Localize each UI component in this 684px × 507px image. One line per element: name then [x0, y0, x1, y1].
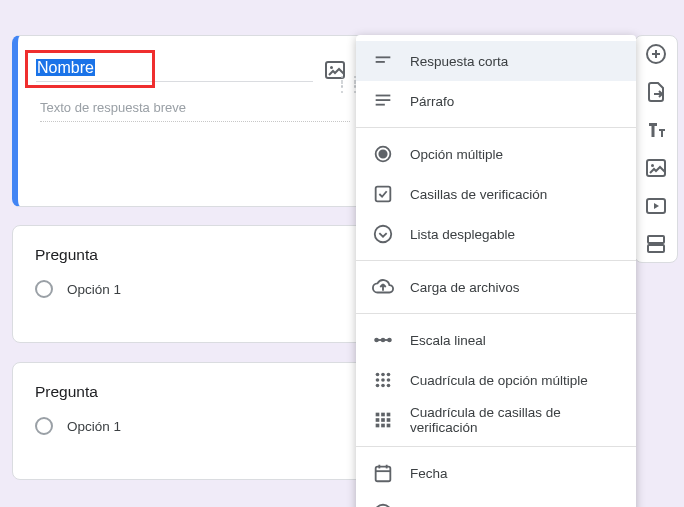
menu-separator [356, 260, 636, 261]
menu-item-time[interactable]: Hora [356, 493, 636, 507]
menu-item-paragraph[interactable]: Párrafo [356, 81, 636, 121]
svg-rect-27 [376, 418, 380, 422]
menu-item-checkboxes[interactable]: Casillas de verificación [356, 174, 636, 214]
option-label: Opción 1 [67, 282, 121, 297]
clock-icon [372, 502, 394, 507]
menu-label: Respuesta corta [410, 54, 508, 69]
menu-label: Cuadrícula de casillas de verificación [410, 405, 620, 435]
menu-item-mc-grid[interactable]: Cuadrícula de opción múltiple [356, 360, 636, 400]
svg-point-14 [388, 339, 391, 342]
menu-label: Carga de archivos [410, 280, 520, 295]
svg-rect-45 [648, 245, 664, 252]
question-title-input[interactable]: Nombre [36, 59, 313, 82]
menu-label: Escala lineal [410, 333, 486, 348]
svg-rect-28 [381, 418, 385, 422]
svg-point-19 [381, 378, 385, 382]
menu-label: Fecha [410, 466, 448, 481]
menu-item-linear-scale[interactable]: Escala lineal [356, 320, 636, 360]
svg-rect-9 [376, 187, 391, 202]
svg-point-12 [375, 339, 378, 342]
checkbox-icon [372, 183, 394, 205]
svg-rect-24 [376, 413, 380, 417]
svg-rect-44 [648, 236, 664, 243]
question-type-menu: Respuesta corta Párrafo Opción múltiple … [356, 35, 636, 507]
svg-point-17 [387, 373, 391, 377]
menu-item-cb-grid[interactable]: Cuadrícula de casillas de verificación [356, 400, 636, 440]
menu-label: Opción múltiple [410, 147, 503, 162]
menu-label: Casillas de verificación [410, 187, 547, 202]
menu-item-date[interactable]: Fecha [356, 453, 636, 493]
add-section-button[interactable] [644, 232, 668, 256]
svg-point-20 [387, 378, 391, 382]
svg-rect-29 [387, 418, 391, 422]
menu-label: Párrafo [410, 94, 454, 109]
option-label: Opción 1 [67, 419, 121, 434]
svg-point-22 [381, 384, 385, 388]
dropdown-icon [372, 223, 394, 245]
svg-rect-26 [387, 413, 391, 417]
menu-item-multiple-choice[interactable]: Opción múltiple [356, 134, 636, 174]
grid-dots-icon [372, 369, 394, 391]
radio-icon [35, 280, 53, 298]
menu-item-dropdown[interactable]: Lista desplegable [356, 214, 636, 254]
radio-icon [372, 143, 394, 165]
menu-label: Lista desplegable [410, 227, 515, 242]
calendar-icon [372, 462, 394, 484]
menu-separator [356, 313, 636, 314]
question-title-text: Nombre [36, 59, 95, 76]
svg-point-23 [387, 384, 391, 388]
svg-point-8 [379, 150, 386, 157]
svg-point-16 [381, 373, 385, 377]
svg-rect-32 [387, 424, 391, 428]
svg-point-15 [376, 373, 380, 377]
svg-rect-30 [376, 424, 380, 428]
svg-point-1 [330, 66, 333, 69]
svg-rect-31 [381, 424, 385, 428]
add-question-button[interactable] [644, 42, 668, 66]
import-questions-button[interactable] [644, 80, 668, 104]
add-title-button[interactable] [644, 118, 668, 142]
menu-separator [356, 446, 636, 447]
svg-point-18 [376, 378, 380, 382]
paragraph-icon [372, 90, 394, 112]
menu-item-short-answer[interactable]: Respuesta corta [356, 41, 636, 81]
svg-point-10 [375, 226, 392, 243]
svg-rect-25 [381, 413, 385, 417]
add-image-button[interactable] [644, 156, 668, 180]
answer-hint: Texto de respuesta breve [40, 100, 350, 122]
radio-icon [35, 417, 53, 435]
svg-point-42 [651, 164, 654, 167]
short-answer-icon [372, 50, 394, 72]
menu-item-file-upload[interactable]: Carga de archivos [356, 267, 636, 307]
svg-point-13 [382, 339, 385, 342]
side-toolbar [634, 35, 678, 263]
grid-squares-icon [372, 409, 394, 431]
linear-scale-icon [372, 329, 394, 351]
menu-separator [356, 127, 636, 128]
add-video-button[interactable] [644, 194, 668, 218]
svg-point-21 [376, 384, 380, 388]
menu-label: Cuadrícula de opción múltiple [410, 373, 588, 388]
upload-icon [372, 276, 394, 298]
svg-rect-33 [376, 467, 391, 482]
